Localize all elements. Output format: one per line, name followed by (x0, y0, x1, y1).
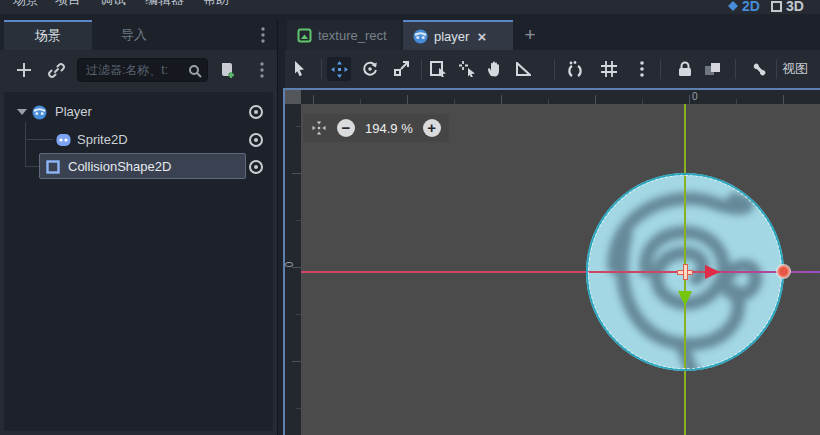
zoom-level-label[interactable]: 194.9 % (365, 121, 413, 136)
lock-node-button[interactable] (673, 57, 697, 81)
scene-tab-texture-rect[interactable]: texture_rect (287, 20, 401, 50)
visibility-toggle[interactable] (248, 132, 264, 148)
ruler-icon (515, 62, 531, 77)
scene-tab-bar: texture_rect player × + (285, 20, 820, 50)
pivot-cursor-icon (459, 61, 476, 77)
toolbar-separator (554, 59, 555, 79)
list-select-icon (430, 61, 447, 77)
collapse-chevron-icon[interactable] (17, 109, 27, 115)
texture-rect-icon (297, 28, 312, 43)
godot-scene-icon (413, 29, 428, 44)
godot-node-icon (32, 105, 47, 120)
viewport-2d: 0 0 (285, 88, 820, 435)
rotate-tool-button[interactable] (358, 57, 382, 81)
menu-debug[interactable]: 调试 (100, 0, 126, 9)
scene-tree-menu-button[interactable] (250, 58, 274, 82)
script-plus-icon (218, 62, 235, 79)
pan-tool-button[interactable] (482, 57, 506, 81)
kebab-menu-icon (260, 62, 264, 78)
scene-dock: 场景 导入 (0, 20, 277, 435)
bone-icon (751, 61, 768, 78)
canvas-toolbar: 视图 (285, 50, 820, 88)
scale-icon (393, 61, 409, 77)
x-axis-arrow[interactable] (705, 265, 720, 279)
move-pivot-button[interactable] (455, 57, 479, 81)
close-tab-icon[interactable]: × (477, 28, 486, 45)
node-label-collisionshape2d: CollisionShape2D (68, 159, 171, 174)
rotate-icon (362, 61, 378, 77)
skeleton-options-button[interactable] (747, 57, 771, 81)
dock-divider[interactable] (277, 20, 278, 435)
eye-icon (248, 159, 264, 175)
filter-search-icon (183, 59, 207, 83)
node-label-player: Player (55, 104, 92, 119)
tree-row-collisionshape2d[interactable]: CollisionShape2D (4, 155, 273, 179)
zoom-in-button[interactable]: + (423, 119, 441, 137)
plus-icon (16, 62, 32, 78)
dock-menu-button[interactable] (251, 23, 275, 47)
kebab-menu-icon (261, 27, 265, 43)
add-node-button[interactable] (12, 58, 36, 82)
zoom-widget: − 194.9 % + (303, 114, 449, 142)
node-label-sprite2d: Sprite2D (77, 132, 128, 147)
toolbar-separator (660, 59, 661, 79)
scene-tab-label: texture_rect (318, 28, 387, 43)
sprite2d-icon (56, 133, 71, 147)
toolbar-separator (735, 59, 736, 79)
view-menu-button[interactable]: 视图 (782, 57, 808, 81)
scene-dock-body: Player Sprite2D (0, 50, 277, 435)
ruler-corner (285, 90, 301, 104)
smart-snap-button[interactable] (563, 57, 587, 81)
tab-import[interactable]: 导入 (92, 20, 176, 50)
magnet-icon (567, 61, 583, 77)
group-node-button[interactable] (700, 57, 724, 81)
visibility-toggle[interactable] (248, 159, 264, 175)
ruler-zero-label: 0 (284, 262, 295, 268)
toolbar-separator (776, 59, 777, 79)
zoom-out-button[interactable]: − (337, 119, 355, 137)
tree-row-sprite2d[interactable]: Sprite2D (4, 128, 273, 152)
kebab-menu-icon (640, 61, 644, 77)
position-gizmo-center[interactable] (678, 265, 692, 279)
radius-handle-dot[interactable] (777, 265, 790, 278)
scale-tool-button[interactable] (389, 57, 413, 81)
horizontal-ruler: 0 (301, 90, 820, 104)
hand-icon (487, 61, 502, 77)
grid-icon (601, 61, 617, 77)
scene-tab-player[interactable]: player × (403, 20, 513, 50)
move-icon (331, 61, 348, 78)
eye-icon (248, 132, 264, 148)
list-select-button[interactable] (426, 57, 450, 81)
grid-snap-button[interactable] (597, 57, 621, 81)
visibility-toggle[interactable] (248, 104, 264, 120)
toolbar-separator (321, 59, 322, 79)
instance-scene-button[interactable] (44, 58, 68, 82)
workspace-3d-label: 3D (786, 0, 804, 14)
dock-tab-bar: 场景 导入 (0, 20, 277, 50)
workspace-3d-button[interactable]: 3D (771, 0, 804, 14)
ruler-tool-button[interactable] (511, 57, 535, 81)
y-axis-arrow[interactable] (678, 291, 692, 306)
menu-project[interactable]: 项目 (55, 0, 81, 9)
ruler-zero-label: 0 (692, 91, 698, 102)
move-tool-button[interactable] (327, 57, 351, 81)
main-menu-bar: 场景 项目 调试 编辑器 帮助 2D 3D (0, 0, 820, 14)
group-icon (704, 62, 721, 77)
snap-options-button[interactable] (630, 57, 654, 81)
menu-help[interactable]: 帮助 (203, 0, 229, 9)
select-arrow-icon (292, 61, 307, 77)
canvas-2d[interactable]: − 194.9 % + (301, 104, 820, 435)
tab-scene[interactable]: 场景 (4, 20, 92, 50)
center-view-icon (311, 120, 327, 136)
attach-script-button[interactable] (214, 58, 238, 82)
tree-row-player[interactable]: Player (4, 100, 273, 124)
scene-tree: Player Sprite2D (4, 92, 273, 431)
menu-editor[interactable]: 编辑器 (145, 0, 184, 9)
workspace-2d-label: 2D (742, 0, 760, 14)
menu-scene[interactable]: 场景 (13, 0, 39, 9)
new-scene-tab-button[interactable]: + (517, 22, 543, 48)
select-tool-button[interactable] (287, 57, 311, 81)
workspace-2d-button[interactable]: 2D (728, 0, 760, 14)
eye-icon (248, 104, 264, 120)
vertical-ruler: 0 (285, 104, 301, 435)
